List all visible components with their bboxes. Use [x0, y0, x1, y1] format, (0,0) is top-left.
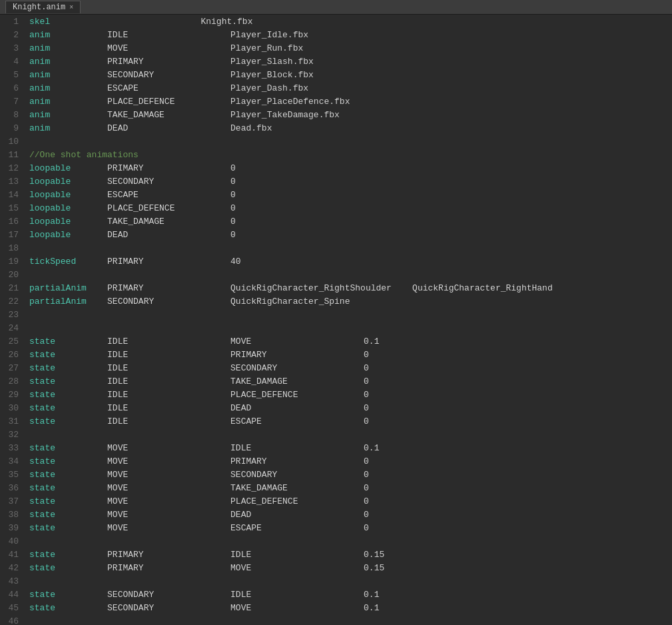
table-row: 43: [0, 574, 672, 588]
line-number: 39: [0, 521, 24, 534]
line-content: [24, 135, 672, 148]
table-row: 46: [0, 614, 672, 625]
table-row: 44state SECONDARYIDLE0.1: [0, 588, 672, 601]
line-number: 38: [0, 508, 24, 521]
line-content: partialAnim SECONDARYQuickRigCharacter_S…: [24, 295, 672, 308]
line-content: state SECONDARYIDLE0.1: [24, 588, 672, 601]
table-row: 13loopable SECONDARY0: [0, 175, 672, 188]
line-number: 25: [0, 334, 24, 348]
table-row: 31state IDLEESCAPE0: [0, 414, 672, 428]
table-row: 26state IDLEPRIMARY0: [0, 348, 672, 361]
table-row: 28state IDLETAKE_DAMAGE0: [0, 374, 672, 388]
line-number: 2: [0, 28, 24, 41]
line-content: state MOVEPRIMARY0: [24, 454, 672, 468]
line-number: 19: [0, 255, 24, 268]
editor-tab[interactable]: Knight.anim ×: [5, 1, 81, 13]
line-number: 44: [0, 588, 24, 601]
line-number: 3: [0, 41, 24, 55]
table-row: 1skel Knight.fbx: [0, 15, 672, 28]
table-row: 8anim TAKE_DAMAGEPlayer_TakeDamage.fbx: [0, 108, 672, 121]
line-number: 46: [0, 614, 24, 625]
line-content: state MOVEIDLE0.1: [24, 441, 672, 454]
line-content: [24, 428, 672, 441]
line-content: //One shot animations: [24, 148, 672, 161]
line-number: 17: [0, 228, 24, 241]
line-content: state IDLEMOVE0.1: [24, 334, 672, 348]
line-number: 1: [0, 15, 24, 28]
line-content: loopable SECONDARY0: [24, 175, 672, 188]
line-number: 6: [0, 81, 24, 95]
table-row: 19tickSpeed PRIMARY40: [0, 255, 672, 268]
code-editor: 1skel Knight.fbx2anim IDLEPlayer_Idle.fb…: [0, 15, 672, 625]
tab-label: Knight.anim: [13, 3, 65, 12]
line-number: 21: [0, 281, 24, 295]
line-number: 22: [0, 295, 24, 308]
line-number: 40: [0, 534, 24, 548]
line-content: state IDLEDEAD0: [24, 401, 672, 414]
table-row: 38state MOVEDEAD0: [0, 508, 672, 521]
line-content: state IDLEPLACE_DEFENCE0: [24, 388, 672, 401]
table-row: 39state MOVEESCAPE0: [0, 521, 672, 534]
table-row: 34state MOVEPRIMARY0: [0, 454, 672, 468]
line-number: 45: [0, 601, 24, 614]
table-row: 29state IDLEPLACE_DEFENCE0: [0, 388, 672, 401]
line-content: [24, 321, 672, 334]
line-content: state IDLETAKE_DAMAGE0: [24, 374, 672, 388]
line-number: 35: [0, 468, 24, 481]
line-number: 29: [0, 388, 24, 401]
line-content: [24, 534, 672, 548]
line-content: anim PRIMARYPlayer_Slash.fbx: [24, 55, 672, 68]
line-number: 43: [0, 574, 24, 588]
line-number: 41: [0, 548, 24, 561]
table-row: 6anim ESCAPEPlayer_Dash.fbx: [0, 81, 672, 95]
table-row: 37state MOVEPLACE_DEFENCE0: [0, 494, 672, 508]
line-number: 28: [0, 374, 24, 388]
table-row: 7anim PLACE_DEFENCEPlayer_PlaceDefence.f…: [0, 95, 672, 108]
line-number: 9: [0, 121, 24, 135]
line-number: 32: [0, 428, 24, 441]
table-row: 32: [0, 428, 672, 441]
line-content: partialAnim PRIMARYQuickRigCharacter_Rig…: [24, 281, 672, 295]
table-row: 20: [0, 268, 672, 281]
line-number: 33: [0, 441, 24, 454]
line-content: anim MOVEPlayer_Run.fbx: [24, 41, 672, 55]
line-content: state MOVEPLACE_DEFENCE0: [24, 494, 672, 508]
table-row: 18: [0, 241, 672, 255]
line-content: tickSpeed PRIMARY40: [24, 255, 672, 268]
line-content: anim PLACE_DEFENCEPlayer_PlaceDefence.fb…: [24, 95, 672, 108]
line-content: state MOVESECONDARY0: [24, 468, 672, 481]
line-number: 37: [0, 494, 24, 508]
line-content: anim IDLEPlayer_Idle.fbx: [24, 28, 672, 41]
line-content: [24, 308, 672, 321]
line-content: [24, 268, 672, 281]
line-content: [24, 241, 672, 255]
table-row: 42state PRIMARYMOVE0.15: [0, 561, 672, 574]
table-row: 21partialAnim PRIMARYQuickRigCharacter_R…: [0, 281, 672, 295]
table-row: 40: [0, 534, 672, 548]
line-content: state MOVETAKE_DAMAGE0: [24, 481, 672, 494]
line-number: 8: [0, 108, 24, 121]
line-number: 27: [0, 361, 24, 374]
table-row: 41state PRIMARYIDLE0.15: [0, 548, 672, 561]
line-content: state IDLEESCAPE0: [24, 414, 672, 428]
line-content: [24, 574, 672, 588]
table-row: 11//One shot animations: [0, 148, 672, 161]
table-row: 24: [0, 321, 672, 334]
close-tab-button[interactable]: ×: [69, 4, 73, 11]
line-number: 7: [0, 95, 24, 108]
table-row: 5anim SECONDARYPlayer_Block.fbx: [0, 68, 672, 81]
line-content: [24, 614, 672, 625]
table-row: 17loopable DEAD0: [0, 228, 672, 241]
line-content: state SECONDARYMOVE0.1: [24, 601, 672, 614]
table-row: 4anim PRIMARYPlayer_Slash.fbx: [0, 55, 672, 68]
line-content: state MOVEDEAD0: [24, 508, 672, 521]
line-number: 18: [0, 241, 24, 255]
line-number: 24: [0, 321, 24, 334]
table-row: 22partialAnim SECONDARYQuickRigCharacter…: [0, 295, 672, 308]
line-content: loopable TAKE_DAMAGE0: [24, 215, 672, 228]
code-table: 1skel Knight.fbx2anim IDLEPlayer_Idle.fb…: [0, 15, 672, 625]
line-number: 26: [0, 348, 24, 361]
table-row: 16loopable TAKE_DAMAGE0: [0, 215, 672, 228]
line-number: 36: [0, 481, 24, 494]
line-content: anim ESCAPEPlayer_Dash.fbx: [24, 81, 672, 95]
